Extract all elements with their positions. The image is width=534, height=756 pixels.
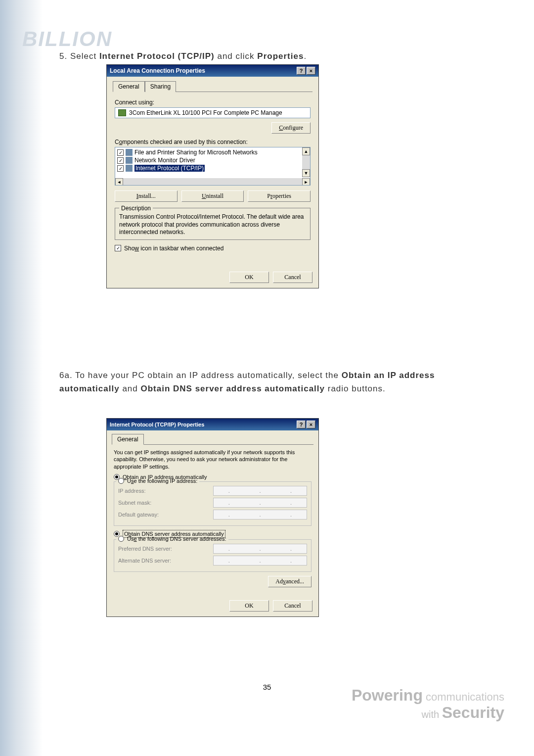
item-label: File and Printer Sharing for Microsoft N…	[134, 149, 258, 156]
alternate-dns-label: Alternate DNS server:	[118, 558, 171, 564]
tcpip-properties-dialog: Internet Protocol (TCP/IP) Properties ? …	[106, 418, 319, 617]
tab-bar: General Sharing	[113, 81, 312, 92]
adapter-field: 3Com EtherLink XL 10/100 PCI For Complet…	[115, 107, 311, 118]
properties-button[interactable]: Properties	[248, 190, 311, 202]
configure-button[interactable]: Configure	[271, 122, 311, 134]
checkbox-icon[interactable]: ✓	[117, 149, 124, 156]
share-icon	[126, 149, 133, 156]
radio-icon[interactable]	[118, 478, 124, 484]
radio-label: Use the following DNS server addresses:	[127, 536, 226, 542]
gateway-field: ...	[213, 510, 307, 520]
use-dns-radio[interactable]: Use the following DNS server addresses:	[116, 536, 228, 542]
checkbox-icon[interactable]: ✓	[115, 245, 121, 251]
radio-icon[interactable]	[118, 536, 124, 542]
list-item[interactable]: ✓ File and Printer Sharing for Microsoft…	[116, 148, 309, 156]
footer-tagline: Powering communications with Security	[352, 687, 504, 721]
connect-using-label: Connect using:	[115, 99, 311, 106]
list-item[interactable]: ✓ Internet Protocol (TCP/IP)	[116, 164, 309, 172]
item-label: Network Monitor Driver	[134, 157, 195, 164]
close-icon[interactable]: ×	[307, 67, 315, 75]
driver-icon	[126, 157, 133, 164]
brand-logo: BILLION	[22, 27, 146, 52]
title-bar: Internet Protocol (TCP/IP) Properties ? …	[107, 419, 318, 430]
scrollbar-vertical[interactable]: ▲ ▼	[302, 147, 310, 177]
tab-bar: General	[112, 433, 313, 445]
close-icon[interactable]: ×	[307, 421, 315, 428]
preferred-dns-field: ...	[213, 544, 307, 554]
show-icon-row[interactable]: ✓ Show icon in taskbar when connected	[115, 245, 311, 252]
use-ip-group: Use the following IP address: IP address…	[114, 481, 312, 526]
tab-general[interactable]: General	[112, 434, 144, 445]
with-text: with	[422, 709, 442, 720]
adapter-name: 3Com EtherLink XL 10/100 PCI For Complet…	[129, 109, 282, 116]
gateway-label: Default gateway:	[118, 512, 159, 518]
list-item[interactable]: ✓ Network Monitor Driver	[116, 156, 309, 164]
ip-address-label: IP address:	[118, 488, 145, 494]
use-ip-radio[interactable]: Use the following IP address:	[116, 478, 199, 484]
help-icon[interactable]: ?	[297, 421, 306, 428]
help-icon[interactable]: ?	[297, 67, 306, 75]
cancel-button[interactable]: Cancel	[273, 600, 312, 612]
step-5-instruction: 5. Select Internet Protocol (TCP/IP) and…	[59, 49, 307, 63]
security-text: Security	[442, 704, 504, 721]
preferred-dns-label: Preferred DNS server:	[118, 546, 172, 552]
description-group: Description Transmission Control Protoco…	[115, 208, 311, 240]
install-button[interactable]: Install...	[115, 190, 178, 202]
description-text: Transmission Control Protocol/Internet P…	[119, 213, 306, 236]
nic-icon	[118, 109, 126, 116]
dialog-title: Local Area Connection Properties	[110, 67, 205, 74]
advanced-button[interactable]: Advanced...	[268, 576, 312, 587]
protocol-icon	[126, 165, 133, 172]
lan-properties-dialog: Local Area Connection Properties ? × Gen…	[106, 64, 319, 288]
radio-icon[interactable]	[114, 531, 120, 537]
subnet-field: ...	[213, 498, 307, 508]
communications-text: communications	[423, 691, 504, 703]
item-label-selected: Internet Protocol (TCP/IP)	[134, 165, 205, 172]
ok-button[interactable]: OK	[229, 600, 269, 612]
checkbox-icon[interactable]: ✓	[117, 157, 124, 164]
radio-label: Use the following IP address:	[127, 478, 197, 484]
title-bar: Local Area Connection Properties ? ×	[107, 65, 318, 77]
scroll-down-icon[interactable]: ▼	[302, 169, 310, 177]
ip-address-field: ...	[213, 486, 307, 496]
checkbox-icon[interactable]: ✓	[117, 165, 124, 172]
tab-sharing[interactable]: Sharing	[145, 81, 176, 92]
components-listbox[interactable]: ✓ File and Printer Sharing for Microsoft…	[115, 147, 311, 186]
dialog-title: Internet Protocol (TCP/IP) Properties	[110, 422, 204, 427]
show-icon-label: Show icon in taskbar when connected	[124, 245, 223, 252]
tab-general[interactable]: General	[113, 81, 145, 92]
scroll-up-icon[interactable]: ▲	[302, 147, 310, 155]
components-label: Components checked are used by this conn…	[115, 139, 311, 145]
cancel-button[interactable]: Cancel	[273, 272, 312, 283]
page-number: 35	[263, 683, 271, 691]
use-dns-group: Use the following DNS server addresses: …	[114, 539, 312, 572]
alternate-dns-field: ...	[213, 556, 307, 566]
scrollbar-horizontal[interactable]: ◄ ►	[115, 178, 310, 186]
powering-text: Powering	[352, 686, 423, 704]
uninstall-button[interactable]: Uninstall	[181, 190, 244, 202]
logo-text: BILLION	[22, 27, 112, 50]
step-6a-instruction: 6a. To have your PC obtain an IP address…	[59, 369, 492, 395]
scroll-left-icon[interactable]: ◄	[115, 178, 123, 186]
subnet-label: Subnet mask:	[118, 500, 151, 506]
description-legend: Description	[119, 205, 153, 212]
scroll-right-icon[interactable]: ►	[302, 178, 310, 186]
info-text: You can get IP settings assigned automat…	[114, 449, 312, 470]
ok-button[interactable]: OK	[229, 272, 269, 283]
